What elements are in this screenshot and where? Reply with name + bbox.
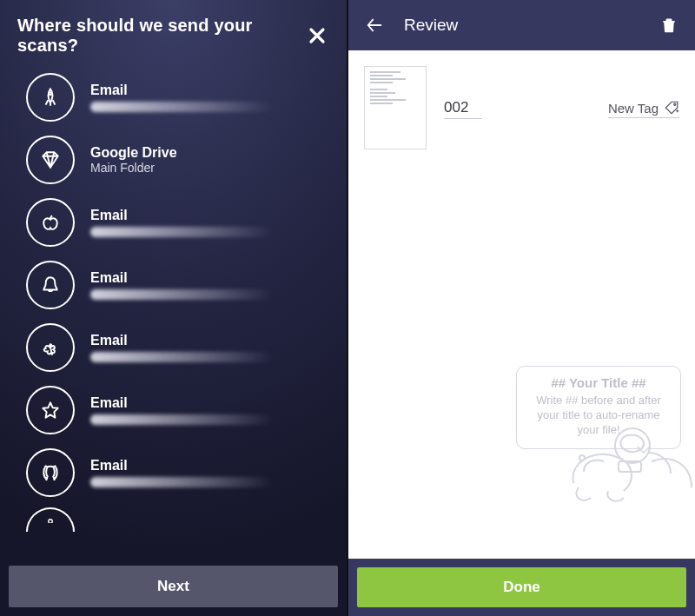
- hint-body: Write ## before and after your title to …: [527, 394, 670, 438]
- destination-title: Email: [90, 208, 326, 223]
- hint-bubble: ## Your Title ## Write ## before and aft…: [516, 366, 681, 449]
- destination-text: Google Drive Main Folder: [90, 145, 326, 175]
- next-button-wrap: Next: [0, 557, 347, 616]
- destination-subtitle: Main Folder: [90, 161, 326, 175]
- destination-title: Email: [90, 270, 326, 286]
- destinations-header: Where should we send your scans?: [0, 0, 347, 63]
- review-body: 002 New Tag ## Your Title ## Write ## be…: [348, 50, 695, 559]
- destination-redacted: [90, 102, 273, 112]
- destinations-panel: Where should we send your scans? Email G…: [0, 0, 347, 616]
- review-header: Review: [348, 0, 695, 50]
- destination-text: Email: [90, 458, 326, 487]
- clover-icon: [39, 336, 62, 359]
- done-button[interactable]: Done: [357, 567, 686, 607]
- destination-row[interactable]: Google Drive Main Folder: [0, 129, 347, 191]
- svg-point-1: [49, 520, 53, 523]
- trash-icon: [660, 17, 678, 34]
- document-name-field[interactable]: 002: [444, 99, 482, 119]
- destination-icon-circle: [26, 386, 75, 434]
- destination-icon-circle: [26, 136, 75, 184]
- destination-text: Email: [90, 208, 326, 237]
- unknown-icon: [43, 514, 58, 523]
- apple-icon: [39, 211, 62, 234]
- destination-row[interactable]: Email: [0, 66, 347, 129]
- svg-point-5: [579, 455, 585, 460]
- close-icon: [308, 27, 326, 44]
- destination-redacted: [90, 227, 273, 237]
- destination-icon-circle: [26, 73, 75, 122]
- svg-rect-4: [619, 461, 641, 472]
- destination-text: Email: [90, 270, 326, 300]
- destination-redacted: [90, 352, 273, 362]
- close-button[interactable]: [306, 24, 328, 47]
- destination-icon-circle: [26, 507, 75, 532]
- tag-add-icon: [664, 100, 679, 116]
- destination-text: Email: [90, 395, 326, 425]
- destination-row-partial[interactable]: [0, 504, 347, 539]
- horseshoe-icon: [39, 461, 62, 484]
- new-tag-label: New Tag: [608, 101, 659, 116]
- next-button[interactable]: Next: [9, 566, 338, 607]
- rename-hint: ## Your Title ## Write ## before and aft…: [516, 366, 681, 449]
- star-icon: [39, 399, 62, 421]
- document-meta-row: 002 New Tag: [364, 66, 679, 149]
- destination-icon-circle: [26, 198, 75, 247]
- bell-icon: [39, 274, 62, 296]
- destination-title: Email: [90, 395, 326, 411]
- review-panel: Review 002 New Tag ## Your Title ##: [348, 0, 695, 616]
- page-thumbnail[interactable]: [364, 66, 427, 149]
- rocket-icon: [39, 86, 62, 109]
- document-meta-right: 002 New Tag: [444, 99, 679, 119]
- destination-title: Google Drive: [90, 145, 326, 161]
- svg-point-0: [49, 92, 51, 95]
- destination-row[interactable]: Email: [0, 191, 347, 254]
- destination-title: Email: [90, 458, 326, 474]
- destinations-list[interactable]: Email Google Drive Main Folder Email: [0, 63, 347, 557]
- destination-icon-circle: [26, 261, 75, 309]
- destination-title: Email: [90, 83, 326, 98]
- destination-icon-circle: [26, 448, 75, 497]
- destination-row[interactable]: Email: [0, 379, 347, 441]
- new-tag-button[interactable]: New Tag: [608, 100, 679, 118]
- destination-redacted: [90, 414, 273, 425]
- destination-row[interactable]: Email: [0, 316, 347, 379]
- destination-redacted: [90, 289, 273, 300]
- destinations-title: Where should we send your scans?: [17, 16, 306, 56]
- destination-text: Email: [90, 333, 326, 362]
- destination-row[interactable]: Email: [0, 441, 347, 504]
- destination-title: Email: [90, 333, 326, 348]
- svg-point-2: [674, 103, 676, 105]
- arrow-left-icon: [365, 16, 384, 35]
- diamond-icon: [39, 149, 62, 171]
- hint-title: ## Your Title ##: [527, 375, 670, 390]
- delete-button[interactable]: [659, 15, 679, 36]
- destination-row[interactable]: Email: [0, 254, 347, 316]
- done-button-wrap: Done: [348, 559, 695, 616]
- destination-icon-circle: [26, 323, 75, 372]
- destination-redacted: [90, 477, 273, 487]
- review-title: Review: [404, 16, 639, 35]
- destination-text: Email: [90, 83, 326, 112]
- back-button[interactable]: [364, 15, 385, 36]
